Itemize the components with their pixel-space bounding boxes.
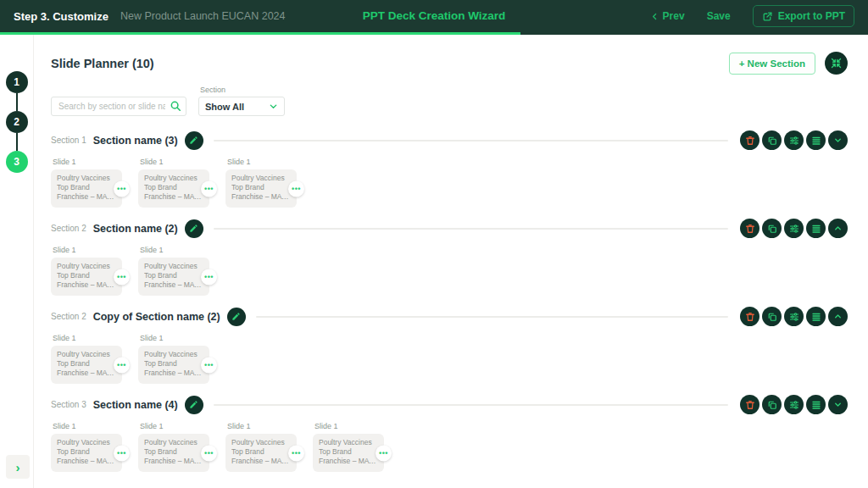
slides-row: Slide 1 Poultry Vaccines Top Brand Franc…	[51, 422, 848, 472]
slide-item: Slide 1 Poultry Vaccines Top Brand Franc…	[225, 158, 297, 208]
edit-section-button[interactable]	[185, 396, 203, 414]
delete-section-button[interactable]	[740, 395, 760, 414]
section-settings-button[interactable]	[784, 219, 804, 238]
slide-card[interactable]: Poultry Vaccines Top Brand Franchise – M…	[51, 346, 122, 384]
slide-card[interactable]: Poultry Vaccines Top Brand Franchise – M…	[138, 346, 209, 384]
collapse-all-button[interactable]	[825, 52, 848, 75]
slide-title: Poultry Vaccines Top Brand Franchise – M…	[144, 262, 203, 290]
slide-label: Slide 1	[227, 158, 297, 166]
section-block: Section 3 Section name (4)	[51, 395, 848, 472]
slide-label: Slide 1	[140, 422, 209, 430]
prev-button[interactable]: Prev	[651, 10, 685, 22]
edit-section-button[interactable]	[185, 131, 203, 150]
slide-item: Slide 1 Poultry Vaccines Top Brand Franc…	[51, 422, 122, 472]
section-list-button[interactable]	[806, 130, 826, 150]
section-list-button[interactable]	[806, 307, 826, 326]
step-2-circle[interactable]: 2	[6, 111, 28, 133]
section-list-button[interactable]	[806, 219, 826, 238]
section-block: Section 2 Copy of Section name (2)	[51, 307, 848, 384]
slide-card[interactable]: Poultry Vaccines Top Brand Franchise – M…	[225, 169, 297, 208]
slide-title: Poultry Vaccines Top Brand Franchise – M…	[319, 438, 377, 466]
export-icon	[762, 11, 773, 22]
section-block: Section 2 Section name (2)	[51, 219, 848, 296]
section-collapse-button[interactable]	[828, 307, 848, 326]
export-to-ppt-button[interactable]: Export to PPT	[753, 5, 854, 27]
slide-more-button[interactable]: •••	[114, 357, 130, 373]
slide-more-button[interactable]: •••	[114, 180, 130, 197]
duplicate-section-button[interactable]	[762, 307, 782, 326]
slide-more-button[interactable]: •••	[201, 357, 217, 373]
trash-icon	[745, 400, 755, 410]
slide-more-button[interactable]: •••	[376, 445, 392, 461]
chevron-up-icon	[833, 312, 843, 321]
slide-card[interactable]: Poultry Vaccines Top Brand Franchise – M…	[138, 169, 209, 208]
search-icon[interactable]	[170, 100, 181, 112]
slide-item: Slide 1 Poultry Vaccines Top Brand Franc…	[138, 422, 209, 472]
section-settings-button[interactable]	[784, 130, 804, 150]
slide-item: Slide 1 Poultry Vaccines Top Brand Franc…	[138, 246, 209, 296]
search-input[interactable]	[51, 97, 186, 116]
delete-section-button[interactable]	[740, 307, 760, 326]
search-box	[51, 97, 186, 116]
copy-icon	[767, 224, 777, 234]
slide-more-button[interactable]: •••	[114, 445, 130, 461]
slide-card[interactable]: Poultry Vaccines Top Brand Franchise – M…	[51, 169, 122, 208]
new-section-button[interactable]: + New Section	[729, 53, 815, 75]
duplicate-section-button[interactable]	[762, 130, 782, 150]
edit-section-button[interactable]	[185, 219, 203, 238]
slides-row: Slide 1 Poultry Vaccines Top Brand Franc…	[51, 246, 848, 296]
slide-label: Slide 1	[314, 422, 384, 430]
step-connector	[16, 133, 18, 151]
delete-section-button[interactable]	[740, 219, 760, 238]
slide-card[interactable]: Poultry Vaccines Top Brand Franchise – M…	[138, 258, 209, 296]
section-settings-button[interactable]	[784, 395, 804, 414]
slide-card[interactable]: Poultry Vaccines Top Brand Franchise – M…	[51, 434, 122, 472]
slide-title: Poultry Vaccines Top Brand Franchise – M…	[144, 350, 203, 378]
section-settings-button[interactable]	[784, 307, 804, 326]
slide-label: Slide 1	[53, 422, 122, 430]
page-title: Slide Planner (10)	[51, 57, 154, 70]
section-divider	[214, 228, 728, 230]
chevron-up-icon	[833, 224, 843, 233]
section-divider	[256, 316, 728, 318]
collapse-arrows-icon	[830, 57, 843, 69]
slide-card[interactable]: Poultry Vaccines Top Brand Franchise – M…	[138, 434, 209, 472]
step-rail: 1 2 3 ›	[0, 35, 34, 488]
slide-more-button[interactable]: •••	[201, 269, 217, 285]
slide-item: Slide 1 Poultry Vaccines Top Brand Franc…	[138, 334, 209, 384]
slide-card[interactable]: Poultry Vaccines Top Brand Franchise – M…	[51, 258, 122, 296]
slide-more-button[interactable]: •••	[201, 180, 217, 197]
section-collapse-button[interactable]	[828, 395, 848, 414]
section-list-button[interactable]	[806, 395, 826, 414]
slide-more-button[interactable]: •••	[201, 445, 217, 461]
step-3-circle[interactable]: 3	[6, 151, 28, 173]
slide-title: Poultry Vaccines Top Brand Franchise – M…	[144, 438, 203, 466]
delete-section-button[interactable]	[740, 130, 760, 150]
duplicate-section-button[interactable]	[762, 219, 782, 238]
section-collapse-button[interactable]	[828, 130, 848, 150]
section-filter-value: Show All	[205, 102, 244, 112]
slide-item: Slide 1 Poultry Vaccines Top Brand Franc…	[225, 422, 297, 472]
slide-item: Slide 1 Poultry Vaccines Top Brand Franc…	[138, 158, 209, 208]
step-1-circle[interactable]: 1	[6, 71, 28, 93]
trash-icon	[745, 312, 755, 322]
slide-more-button[interactable]: •••	[114, 269, 130, 285]
top-bar: Step 3. Customize New Product Launch EUC…	[0, 0, 868, 35]
section-label: Section 2	[51, 224, 86, 233]
duplicate-section-button[interactable]	[762, 395, 782, 414]
pencil-icon	[231, 312, 241, 321]
slide-more-button[interactable]: •••	[288, 180, 304, 197]
save-button[interactable]: Save	[707, 10, 731, 22]
slide-label: Slide 1	[227, 422, 297, 430]
copy-icon	[767, 136, 777, 146]
section-collapse-button[interactable]	[828, 219, 848, 238]
step-label: Step 3. Customize	[14, 10, 108, 23]
slide-card[interactable]: Poultry Vaccines Top Brand Franchise – M…	[313, 434, 384, 472]
chevron-down-icon	[269, 102, 278, 111]
slide-more-button[interactable]: •••	[288, 445, 304, 461]
section-filter-select[interactable]: Show All	[198, 97, 285, 116]
sections-list: Section 1 Section name (3)	[51, 130, 848, 472]
edit-section-button[interactable]	[227, 308, 246, 326]
expand-panel-button[interactable]: ›	[6, 455, 30, 479]
slide-card[interactable]: Poultry Vaccines Top Brand Franchise – M…	[225, 434, 297, 472]
